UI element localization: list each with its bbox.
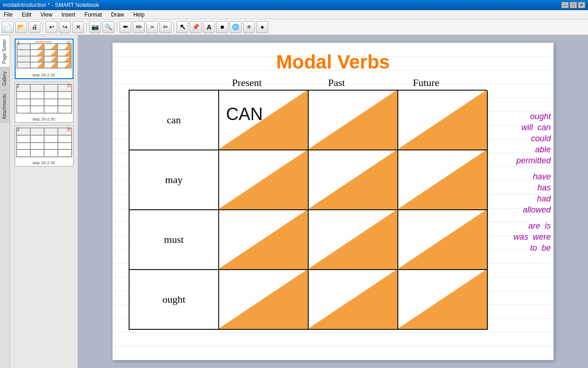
triangle-may-past [309,150,397,209]
cell-must-future[interactable] [398,210,488,270]
right-word-permitted: permitted [501,156,551,166]
cell-can-present[interactable]: CAN [219,91,309,150]
toolbar-sep-3 [117,22,117,32]
main-layout: Page Sorter Gallery Attachments Modal Ve… [0,35,588,368]
fill-button[interactable]: ■ [216,21,228,33]
open-button[interactable]: 📂 [15,21,27,33]
notebook-page: Modal Verbs Present Past Future can CAN [113,43,554,360]
print-button[interactable]: 🖨 [28,21,40,33]
col-headers: Present Past Future [113,77,554,89]
triangle-ought-past [309,270,397,329]
right-word-has: has [501,183,551,193]
right-word-was-were: waswere [501,232,551,242]
menu-edit[interactable]: Edit [20,12,33,18]
page-thumb-2[interactable]: 2 ⏱ мар 26-2:30 [15,82,74,123]
cell-may-present[interactable] [219,150,309,210]
gallery-tab[interactable]: Gallery [0,67,10,90]
row-label-ought: ought [130,270,219,330]
toolbar-sep-2 [86,22,87,32]
screenshot-button[interactable]: 📷 [89,21,101,33]
page-2-label: мар 26-2:30 [15,116,73,122]
handwritten-can: CAN [226,104,263,124]
undo-button[interactable]: ↩ [45,21,57,33]
title-bar: modalintroduction * - SMART Notebook — □… [0,0,588,10]
menu-bar: File Edit View Insert Format Draw Help [0,10,588,19]
cell-ought-past[interactable] [309,270,398,330]
cell-can-past[interactable] [309,91,398,150]
triangle-must-present [219,210,308,269]
cell-ought-present[interactable] [219,270,309,330]
text-button[interactable]: A [203,21,215,33]
toolbar: 📄 📂 🖨 ↩ ↪ ✕ 📷 🔍 ✒ ✏ ≈ ✂ ↖ 📌 A ■ 🌐 ≡ ● [0,19,588,35]
col-header-present: Present [202,77,292,89]
pencil-button[interactable]: ✏ [133,21,145,33]
cell-ought-future[interactable] [398,270,488,330]
menu-format[interactable]: Format [83,12,104,18]
col-header-past: Past [292,77,381,89]
menu-file[interactable]: File [2,12,14,18]
triangle-must-past [309,210,397,269]
menu-view[interactable]: View [39,12,54,18]
page-thumb-3[interactable]: 3 ⏱ мар 26-2:30 [15,126,74,167]
right-word-ought: ought [501,112,551,121]
triangle-may-future [398,150,487,209]
triangle-can-future [398,91,487,150]
select-button[interactable]: ↖ [176,21,188,33]
page-title: Modal Verbs [113,43,554,73]
row-label-must: must [130,210,219,270]
cell-must-present[interactable] [219,210,309,270]
page-2-number: 2 [17,83,20,88]
toolbar-sep-1 [43,22,43,32]
row-label-can: can [130,91,219,150]
row-label-may: may [130,150,219,210]
circle-button[interactable]: ● [256,21,268,33]
right-word-could: could [501,134,551,144]
cell-can-future[interactable] [398,91,488,150]
page-3-label: мар 26-2:30 [15,160,73,166]
menu-help[interactable]: Help [131,12,147,18]
cell-must-past[interactable] [309,210,398,270]
scissors-button[interactable]: ✂ [159,21,171,33]
triangle-can-past [309,91,397,150]
menu-draw[interactable]: Draw [109,12,126,18]
page-1-label: мар 26-2:30 [16,72,73,78]
cell-may-future[interactable] [398,150,488,210]
menu-insert[interactable]: Insert [60,12,77,18]
col-header-future: Future [381,77,471,89]
shapes-button[interactable]: 📌 [190,21,202,33]
zoom-button[interactable]: 🔍 [102,21,114,33]
eraser-button[interactable]: ≈ [146,21,158,33]
redo-button[interactable]: ↪ [59,21,71,33]
page-2-icon: ⏱ [67,83,71,88]
page-thumb-1[interactable]: Modal Verbs [15,39,74,79]
cell-may-past[interactable] [309,150,398,210]
modal-grid: can CAN may [129,90,487,330]
web-button[interactable]: 🌐 [230,21,242,33]
page-sorter-tab[interactable]: Page Sorter [0,35,10,67]
right-word-list: ought willcan could able permitted have … [501,112,554,253]
page-1-icon: ⏱ [66,40,71,46]
minimize-button[interactable]: — [561,2,569,8]
delete-button[interactable]: ✕ [72,21,84,33]
table-button[interactable]: ≡ [243,21,255,33]
page-1-number: 1 [17,40,20,46]
right-word-had: had [501,194,551,204]
right-word-able: able [501,145,551,155]
page-3-icon: ⏱ [67,127,71,132]
right-word-have: have [501,172,551,182]
pen-button[interactable]: ✒ [119,21,131,33]
maximize-button[interactable]: □ [570,2,577,8]
new-button[interactable]: 📄 [2,21,14,33]
triangle-must-future [398,210,487,269]
page-panel: Modal Verbs [10,35,78,368]
attachments-tab[interactable]: Attachments [0,90,10,123]
right-word-are-is: areis [501,221,551,231]
content-area: Modal Verbs Present Past Future can CAN [78,35,588,368]
triangle-ought-future [398,270,487,329]
triangle-may-present [219,150,308,209]
right-word-to-be: tobe [501,243,551,253]
triangle-ought-present [219,270,308,329]
window-title: modalintroduction * - SMART Notebook [3,2,99,8]
close-button[interactable]: ✕ [578,2,585,8]
right-word-will-can: willcan [501,123,551,132]
